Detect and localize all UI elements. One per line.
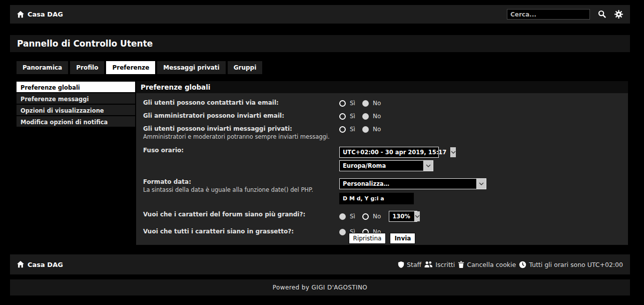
members-label: Iscritti xyxy=(435,261,455,268)
form-row-date-format: Formato data: La sintassi della data è u… xyxy=(143,178,621,204)
select-value: UTC+02:00 - 30 apr 2019, 15:17 xyxy=(340,147,450,157)
radio-no[interactable] xyxy=(362,126,369,133)
field-sublabel: La sintassi della data è uguale alla fun… xyxy=(143,186,339,193)
timezone-note: Tutti gli orari sono UTC+02:00 xyxy=(519,261,623,268)
staff-link[interactable]: Staff xyxy=(398,261,421,268)
powered-strip: Powered by GIGI D'AGOSTINO xyxy=(10,279,630,295)
tab-gruppi[interactable]: Gruppi xyxy=(228,61,263,74)
tab-messaggi-privati[interactable]: Messaggi privati xyxy=(157,61,225,74)
home-icon xyxy=(17,261,24,268)
form-row-admin-email: Gli amministratori possono inviarti emai… xyxy=(143,112,621,120)
chevron-down-icon xyxy=(450,147,456,157)
radio-label-no: No xyxy=(373,126,381,133)
footer-home-label: Casa DAG xyxy=(28,261,63,268)
footer-bar: Casa DAG Staff Iscritti xyxy=(10,254,630,274)
page-title-band: Pannello di Controllo Utente xyxy=(10,35,630,52)
home-label: Casa DAG xyxy=(28,11,63,18)
radio-group: Sì No xyxy=(339,112,384,120)
tab-panoramica[interactable]: Panoramica xyxy=(17,61,68,74)
field-sublabel: Amministratori e moderatori potranno sem… xyxy=(143,133,339,140)
chevron-down-icon xyxy=(414,211,420,221)
radio-group: Sì No xyxy=(339,125,384,133)
radio-si[interactable] xyxy=(339,126,346,133)
gear-icon[interactable] xyxy=(614,10,623,19)
field-label: Gli utenti possono contattarti via email… xyxy=(143,99,339,107)
page-title: Pannello di Controllo Utente xyxy=(17,39,153,49)
select-value: 130% xyxy=(389,211,414,221)
sidebar-item-preferenze-globali[interactable]: Preferenze globali xyxy=(17,82,135,93)
radio-label-si: Sì xyxy=(350,100,355,107)
form-row-timezone: Fuso orario: UTC+02:00 - 30 apr 2019, 15… xyxy=(143,147,621,171)
powered-label: Powered by GIGI D'AGOSTINO xyxy=(273,284,367,291)
sidebar-item-opzioni-visualizzazione[interactable]: Opzioni di visualizzazione xyxy=(17,105,135,116)
form-row-private-messages: Gli utenti possono inviarti messaggi pri… xyxy=(143,125,621,140)
form-row-contact-email: Gli utenti possono contattarti via email… xyxy=(143,99,621,107)
radio-label-si: Sì xyxy=(350,213,355,220)
field-label: Fuso orario: xyxy=(143,147,339,154)
ucp-tabs: Panoramica Profilo Preferenze Messaggi p… xyxy=(17,61,262,74)
panel-title: Preferenze globali xyxy=(136,81,628,93)
radio-no[interactable] xyxy=(362,213,369,220)
chevron-down-icon xyxy=(476,179,486,189)
staff-label: Staff xyxy=(407,261,421,268)
preferences-form: Gli utenti possono contattarti via email… xyxy=(136,93,628,245)
search-input[interactable] xyxy=(507,9,590,20)
timezone-select[interactable]: UTC+02:00 - 30 apr 2019, 15:17 xyxy=(339,147,439,158)
reset-button[interactable]: Ripristina xyxy=(349,233,386,244)
home-icon xyxy=(17,11,24,18)
delete-cookies-link[interactable]: Cancella cookie xyxy=(458,261,516,268)
custom-date-format-input[interactable] xyxy=(339,193,414,204)
clock-icon xyxy=(519,261,526,268)
home-link[interactable]: Casa DAG xyxy=(17,11,63,18)
radio-group: Sì No xyxy=(339,99,384,107)
search-icon[interactable] xyxy=(598,10,606,19)
radio-no[interactable] xyxy=(362,100,369,107)
font-size-select[interactable]: 130% xyxy=(389,211,417,222)
delete-cookies-label: Cancella cookie xyxy=(467,261,516,268)
trash-icon xyxy=(458,261,464,268)
radio-si[interactable] xyxy=(339,113,346,120)
radio-si[interactable] xyxy=(339,213,346,220)
radio-label-no: No xyxy=(373,213,381,220)
field-label: Vuoi che i caratteri del forum siano più… xyxy=(143,211,339,218)
submit-button[interactable]: Invia xyxy=(390,233,415,244)
radio-label-no: No xyxy=(373,100,381,107)
main-panel: Preferenze globali Gli utenti possono co… xyxy=(136,81,628,245)
users-icon xyxy=(424,261,433,268)
field-label: Gli utenti possono inviarti messaggi pri… xyxy=(143,125,339,133)
form-row-font-size: Vuoi che i caratteri del forum siano più… xyxy=(143,211,621,222)
footer-home-link[interactable]: Casa DAG xyxy=(17,261,63,268)
members-link[interactable]: Iscritti xyxy=(424,261,455,268)
sidebar-item-preferenze-messaggi[interactable]: Preferenze messaggi xyxy=(17,93,135,105)
ucp-sidebar: Preferenze globali Preferenze messaggi O… xyxy=(17,82,135,128)
date-format-select[interactable]: Personalizza… xyxy=(339,178,486,189)
page: Casa DAG xyxy=(0,0,644,305)
shield-icon xyxy=(398,261,404,268)
radio-label-si: Sì xyxy=(350,126,355,133)
radio-label-no: No xyxy=(373,113,381,120)
field-label: Formato data: xyxy=(143,178,339,186)
select-value: Europa/Roma xyxy=(340,161,390,171)
form-actions: Ripristina Invia xyxy=(136,233,628,244)
select-value: Personalizza… xyxy=(340,179,393,189)
timezone-note-label: Tutti gli orari sono UTC+02:00 xyxy=(529,261,623,268)
radio-no[interactable] xyxy=(362,113,369,120)
tab-preferenze[interactable]: Preferenze xyxy=(106,61,155,74)
chevron-down-icon xyxy=(423,161,433,171)
timezone-city-select[interactable]: Europa/Roma xyxy=(339,160,433,171)
tab-profilo[interactable]: Profilo xyxy=(70,61,104,74)
radio-group: Sì No xyxy=(339,212,384,220)
sidebar-item-opzioni-notifica[interactable]: Modifica opzioni di notifica xyxy=(17,116,135,128)
radio-label-si: Sì xyxy=(350,113,355,120)
radio-si[interactable] xyxy=(339,100,346,107)
field-label: Gli amministratori possono inviarti emai… xyxy=(143,112,339,120)
top-navbar: Casa DAG xyxy=(10,5,630,24)
